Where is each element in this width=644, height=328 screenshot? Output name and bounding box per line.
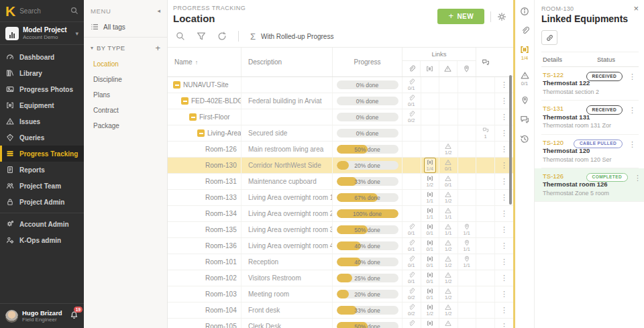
attachments-link-cell[interactable] [402, 174, 421, 189]
tags-cell[interactable] [476, 222, 495, 237]
table-row[interactable]: Room-133 Living Area overnight room 1 67… [168, 190, 513, 206]
kebab-menu-icon[interactable]: ⋮ [500, 81, 508, 89]
info-tab[interactable] [520, 7, 529, 16]
equipment-link-cell[interactable] [421, 77, 440, 93]
sidebar-item-queries[interactable]: Queries [0, 129, 84, 146]
kebab-menu-icon[interactable]: ⋮ [629, 106, 636, 115]
table-row[interactable]: Room-130 Corridor NorthWest Side 20% don… [168, 158, 513, 174]
equipment-row[interactable]: TS-126 Thermostat room 126 Thermostat Zo… [535, 168, 644, 202]
equipment-link-cell[interactable]: 1/2 [421, 303, 440, 318]
equipment-link-cell[interactable]: 0/1 [421, 254, 440, 270]
pin-link-cell[interactable] [458, 142, 477, 157]
kebab-menu-icon[interactable]: ⋮ [500, 210, 508, 217]
history-tab[interactable] [520, 134, 529, 144]
kebab-menu-icon[interactable]: ⋮ [500, 194, 508, 201]
menu-item-discipline[interactable]: Discipline [84, 72, 167, 87]
tags-cell[interactable] [476, 158, 495, 173]
user-profile[interactable]: Hugo Brizard Field Engineer 19 [0, 303, 84, 328]
menu-item-package[interactable]: Package [84, 118, 167, 133]
equipment-row[interactable]: TS-120 Thermostat 120 Thermostat room 12… [541, 135, 639, 168]
collapse-toggle-icon[interactable] [181, 97, 189, 105]
new-button[interactable]: +NEW [437, 9, 484, 24]
issues-link-cell[interactable] [439, 125, 458, 141]
table-row[interactable]: Room-135 Living Area overnight room 3 50… [168, 222, 513, 238]
sidebar-item-reports[interactable]: Reports [0, 162, 84, 178]
attachments-tab[interactable] [521, 26, 529, 35]
menu-item-location[interactable]: Location [84, 56, 167, 72]
tags-cell[interactable]: 1 [476, 125, 495, 141]
table-row[interactable]: Room-101 Reception 40% done [168, 254, 513, 270]
all-tags-item[interactable]: All tags [84, 16, 167, 38]
pin-link-cell[interactable] [458, 286, 477, 302]
kebab-menu-icon[interactable]: ⋮ [634, 174, 641, 182]
tags-cell[interactable] [476, 93, 495, 109]
equipment-link-cell[interactable]: 0/1 [421, 238, 440, 254]
equipment-tab[interactable]: 1/4 [520, 45, 529, 61]
attachments-link-cell[interactable]: 0/1 [402, 270, 421, 286]
tags-cell[interactable] [476, 174, 495, 189]
issues-link-cell[interactable]: 1/2 [439, 270, 458, 286]
attachments-link-cell[interactable]: 0/2 [402, 319, 421, 328]
refresh-icon[interactable] [217, 32, 227, 41]
settings-gear-icon[interactable] [497, 12, 506, 21]
collapse-panel-icon[interactable]: ◂ [157, 7, 160, 14]
sidebar-item-progress-photos[interactable]: Progress Photos [0, 81, 84, 97]
issues-link-cell[interactable]: 1/2 [439, 286, 458, 302]
search-icon[interactable] [176, 32, 185, 41]
sidebar-item-kops-admin[interactable]: K-Ops admin [0, 232, 84, 248]
attachments-link-cell[interactable]: 0/1 [402, 93, 421, 109]
issues-link-cell[interactable]: 0/1 [439, 158, 458, 173]
menu-item-contract[interactable]: Contract [84, 103, 167, 118]
pin-link-cell[interactable] [458, 174, 477, 189]
link-equipment-button[interactable] [541, 30, 557, 45]
sidebar-item-issues[interactable]: Issues [0, 113, 84, 129]
sidebar-item-library[interactable]: Library [0, 65, 84, 81]
attachments-link-cell[interactable]: 0/2 [402, 109, 421, 125]
equipment-link-cell[interactable]: 0/1 [421, 286, 440, 302]
equipment-link-cell[interactable]: 1/1 [421, 190, 440, 205]
close-icon[interactable]: × [633, 4, 639, 13]
collapse-toggle-icon[interactable] [189, 113, 197, 121]
pin-link-cell[interactable] [458, 77, 477, 93]
status-column-header[interactable]: Status [597, 56, 639, 63]
tags-cell[interactable] [476, 206, 495, 221]
pin-link-cell[interactable] [458, 158, 477, 173]
kebab-menu-icon[interactable]: ⋮ [500, 97, 508, 105]
vertical-scrollbar[interactable] [509, 75, 512, 205]
kebab-menu-icon[interactable]: ⋮ [629, 140, 636, 149]
pin-link-cell[interactable] [458, 319, 477, 328]
table-row[interactable]: Room-102 Visitors Restroom 25% done [168, 270, 513, 286]
equipment-link-cell[interactable]: 0/1 [421, 270, 440, 286]
sidebar-item-dashboard[interactable]: Dashboard [0, 49, 84, 65]
equipment-link-cell[interactable]: 1/1 [421, 206, 440, 221]
table-row[interactable]: NUNAVUT-Site 0% done 0/1 [168, 77, 513, 93]
tags-cell[interactable] [476, 254, 495, 270]
kebab-menu-icon[interactable]: ⋮ [500, 258, 508, 266]
attachments-link-cell[interactable] [402, 190, 421, 205]
tags-cell[interactable] [476, 286, 495, 302]
issues-link-cell[interactable] [439, 109, 458, 125]
pin-link-cell[interactable] [458, 303, 477, 318]
by-type-group[interactable]: ▾ BY TYPE + [84, 38, 167, 56]
equipment-link-cell[interactable]: 1/4 [421, 158, 440, 173]
issues-link-cell[interactable]: 1/2 [439, 319, 458, 328]
table-row[interactable]: FED-402E-BLDG Federal building in Arviat… [168, 93, 513, 109]
pin-link-cell[interactable] [458, 206, 477, 221]
kebab-menu-icon[interactable]: ⋮ [500, 146, 508, 153]
issues-link-cell[interactable]: 1/2 [439, 303, 458, 318]
issues-link-cell[interactable]: 1/1 [439, 222, 458, 237]
search-icon[interactable] [70, 7, 78, 15]
kebab-menu-icon[interactable]: ⋮ [500, 178, 508, 185]
kebab-menu-icon[interactable]: ⋮ [500, 274, 508, 282]
pin-link-cell[interactable]: 1/1 [458, 222, 477, 237]
column-header-progress[interactable]: Progress [333, 48, 402, 76]
table-row[interactable]: Room-134 Living Area overnight room 2 10… [168, 206, 513, 222]
equipment-link-cell[interactable] [421, 125, 440, 141]
kebab-menu-icon[interactable]: ⋮ [629, 72, 636, 81]
add-tag-type-button[interactable]: + [155, 44, 160, 52]
tags-cell[interactable] [476, 77, 495, 93]
attachments-link-cell[interactable]: 0/1 [402, 254, 421, 270]
tags-cell[interactable] [476, 190, 495, 205]
pin-link-cell[interactable] [458, 270, 477, 286]
pin-link-cell[interactable]: 1/1 [458, 254, 477, 270]
